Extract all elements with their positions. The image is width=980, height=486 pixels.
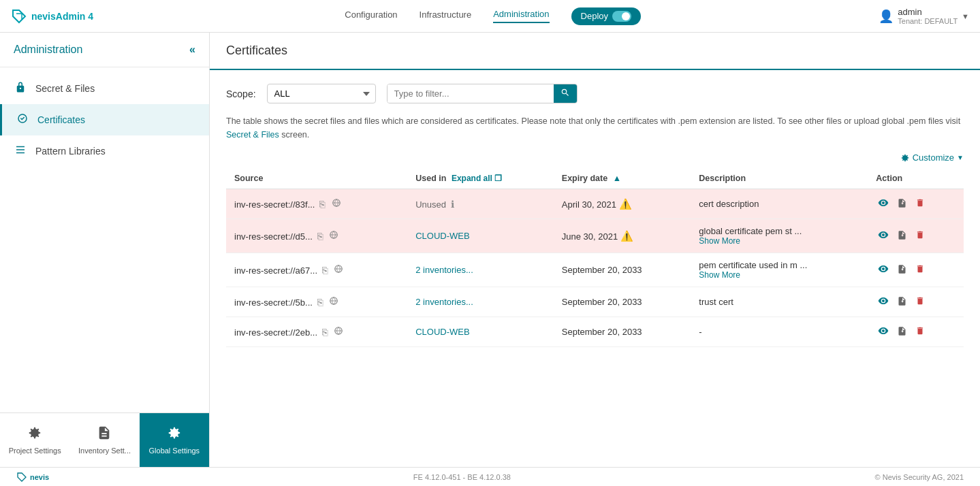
filter-search-button[interactable] xyxy=(554,84,577,103)
list-icon xyxy=(14,144,27,159)
delete-icon xyxy=(915,264,925,274)
sidebar-collapse-button[interactable]: « xyxy=(189,44,195,56)
expiry-error-icon: ⚠️ xyxy=(620,230,633,242)
download-button[interactable] xyxy=(895,229,909,244)
action-icons xyxy=(876,196,955,212)
delete-button[interactable] xyxy=(913,295,927,309)
download-button[interactable] xyxy=(895,295,909,310)
delete-icon xyxy=(915,326,925,336)
col-expiry[interactable]: Expiry date ▲ xyxy=(554,168,691,189)
delete-button[interactable] xyxy=(913,263,927,277)
certificates-table: Source Used in Expand all ❐ Expiry date … xyxy=(226,168,964,347)
globe-button[interactable] xyxy=(330,197,343,211)
sidebar-item-pattern-libraries-label: Pattern Libraries xyxy=(35,146,106,157)
filter-input-wrap xyxy=(387,84,578,103)
eye-icon xyxy=(878,229,889,240)
copy-source-button[interactable]: ⎘ xyxy=(320,263,330,277)
used-in-cell: Unused ℹ xyxy=(407,189,554,219)
copy-source-button[interactable]: ⎘ xyxy=(317,197,327,211)
table-row: inv-res-secret://83f... ⎘ Unused ℹApril … xyxy=(226,189,964,219)
sidebar-item-certificates[interactable]: Certificates xyxy=(0,104,209,135)
eye-icon xyxy=(878,197,889,208)
used-in-link[interactable]: 2 inventories... xyxy=(415,265,473,275)
globe-button[interactable] xyxy=(332,263,345,277)
download-button[interactable] xyxy=(895,325,909,340)
globe-button[interactable] xyxy=(327,229,341,243)
download-icon xyxy=(897,198,907,208)
view-button[interactable] xyxy=(876,228,891,244)
source-text: inv-res-secret://83f... xyxy=(234,199,315,210)
sidebar-item-secrets[interactable]: Secret & Files xyxy=(0,73,209,104)
content-header: Certificates xyxy=(210,33,980,70)
sidebar-item-certificates-label: Certificates xyxy=(37,114,85,125)
search-icon xyxy=(560,88,570,97)
project-settings-button[interactable]: Project Settings xyxy=(0,413,69,467)
globe-icon xyxy=(334,264,343,274)
nav-administration[interactable]: Administration xyxy=(493,9,549,23)
nav-configuration[interactable]: Configuration xyxy=(345,10,397,22)
action-icons xyxy=(876,228,955,244)
user-menu[interactable]: 👤 admin Tenant: DEFAULT ▼ xyxy=(879,7,969,25)
show-more-link[interactable]: Show More xyxy=(699,270,859,280)
view-button[interactable] xyxy=(876,324,891,340)
globe-icon xyxy=(329,230,338,240)
nav-links: Configuration Infrastructure Administrat… xyxy=(121,7,865,25)
view-button[interactable] xyxy=(876,294,891,310)
scope-select[interactable]: ALL GLOBAL INVENTORY xyxy=(267,84,376,103)
used-in-link[interactable]: 2 inventories... xyxy=(415,297,473,307)
project-settings-label: Project Settings xyxy=(9,447,61,455)
certificate-icon xyxy=(16,112,29,127)
col-description: Description xyxy=(691,168,868,189)
source-text: inv-res-secret://d5... xyxy=(234,231,313,242)
used-in-cell: CLOUD-WEB xyxy=(407,317,554,347)
user-dropdown-icon[interactable]: ▼ xyxy=(962,12,969,20)
nav-infrastructure[interactable]: Infrastructure xyxy=(420,10,472,22)
col-action: Action xyxy=(868,168,964,189)
globe-button[interactable] xyxy=(327,295,341,309)
description-cell: cert description xyxy=(691,189,868,219)
info-button[interactable]: ℹ xyxy=(449,197,456,211)
action-cell xyxy=(868,253,964,287)
globe-button[interactable] xyxy=(332,325,345,339)
copy-source-button[interactable]: ⎘ xyxy=(315,295,325,309)
expiry-date-cell: April 30, 2021⚠️ xyxy=(554,189,691,219)
view-button[interactable] xyxy=(876,196,891,212)
source-cell: inv-res-secret://5b... ⎘ xyxy=(226,287,407,317)
download-icon xyxy=(897,326,907,336)
view-button[interactable] xyxy=(876,262,891,278)
download-button[interactable] xyxy=(895,197,909,212)
bottom-bar: nevis FE 4.12.0-451 - BE 4.12.0.38 © Nev… xyxy=(0,467,980,486)
action-icons xyxy=(876,294,955,310)
delete-button[interactable] xyxy=(913,229,927,243)
copy-source-button[interactable]: ⎘ xyxy=(315,229,325,243)
sidebar-item-pattern-libraries[interactable]: Pattern Libraries xyxy=(0,135,209,167)
sidebar-menu: Secret & Files Certificates Pattern Libr… xyxy=(0,67,209,412)
delete-button[interactable] xyxy=(913,325,927,339)
content-body: Scope: ALL GLOBAL INVENTORY The table sh… xyxy=(210,70,980,467)
deploy-button[interactable]: Deploy xyxy=(571,7,641,25)
expand-all-link[interactable]: Expand all ❐ xyxy=(452,174,502,183)
used-in-link[interactable]: CLOUD-WEB xyxy=(415,231,469,241)
secret-files-link[interactable]: Secret & Files xyxy=(226,130,279,140)
download-icon xyxy=(897,296,907,306)
deploy-toggle[interactable] xyxy=(612,11,631,22)
eye-icon xyxy=(878,263,889,274)
used-in-cell: 2 inventories... xyxy=(407,287,554,317)
customize-button[interactable]: Customize ▼ xyxy=(900,152,964,163)
sort-icon: ▲ xyxy=(613,174,621,183)
show-more-link[interactable]: Show More xyxy=(699,236,859,246)
user-tenant: Tenant: DEFAULT xyxy=(898,17,958,25)
expiry-date-cell: September 20, 2033 xyxy=(554,317,691,347)
user-name: admin xyxy=(898,7,958,17)
copy-source-button[interactable]: ⎘ xyxy=(320,325,330,339)
used-in-link[interactable]: CLOUD-WEB xyxy=(415,327,469,337)
global-settings-icon xyxy=(167,425,182,444)
expiry-error-icon: ⚠️ xyxy=(619,198,632,210)
app-logo[interactable]: nevisAdmin 4 xyxy=(11,8,93,25)
lock-icon xyxy=(14,81,27,96)
filter-input[interactable] xyxy=(388,84,554,103)
inventory-settings-button[interactable]: Inventory Sett... xyxy=(69,413,139,467)
delete-button[interactable] xyxy=(913,197,927,211)
download-button[interactable] xyxy=(895,263,909,278)
global-settings-button[interactable]: Global Settings xyxy=(140,413,209,467)
